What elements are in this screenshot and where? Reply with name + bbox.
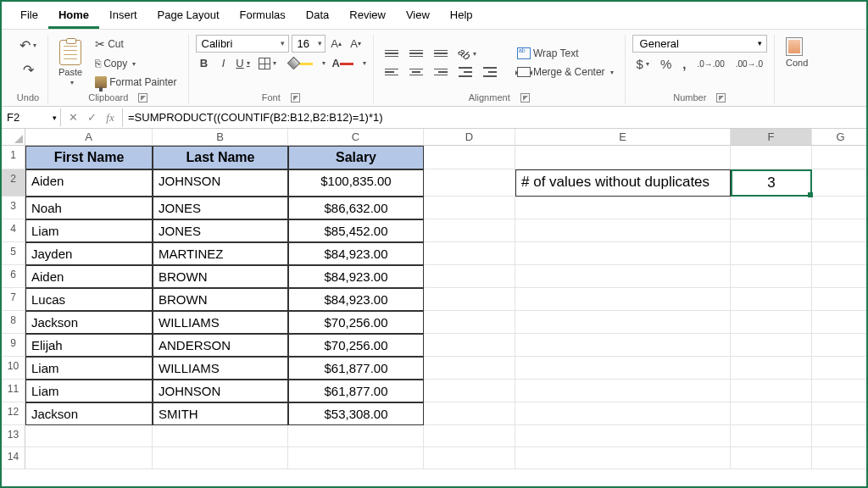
col-header-C[interactable]: C xyxy=(288,129,424,146)
cell-E11[interactable] xyxy=(515,380,731,402)
cell-C5[interactable]: $84,923.00 xyxy=(288,242,424,265)
font-color-button[interactable]: A xyxy=(328,54,358,72)
cell-E4[interactable] xyxy=(515,219,731,242)
cell-F7[interactable] xyxy=(731,288,812,311)
increase-indent-button[interactable] xyxy=(479,64,501,80)
cell-B5[interactable]: MARTINEZ xyxy=(153,242,288,265)
cell-C11[interactable]: $61,877.00 xyxy=(288,380,424,402)
cell-G3[interactable] xyxy=(812,197,868,219)
row-header-4[interactable]: 4 xyxy=(2,219,25,242)
cell-A5[interactable]: Jayden xyxy=(25,242,153,265)
cell-A10[interactable]: Liam xyxy=(25,357,153,380)
cell-G14[interactable] xyxy=(812,447,868,469)
cell-A12[interactable]: Jackson xyxy=(25,402,153,425)
fill-color-button[interactable] xyxy=(283,55,317,72)
cell-C2[interactable]: $100,835.00 xyxy=(288,169,424,197)
paste-button[interactable]: Paste ▾ xyxy=(55,38,86,88)
cell-C14[interactable] xyxy=(288,447,424,469)
align-left-button[interactable] xyxy=(381,64,403,80)
row-header-8[interactable]: 8 xyxy=(2,311,25,334)
menu-help[interactable]: Help xyxy=(440,5,483,29)
align-center-button[interactable] xyxy=(405,64,427,80)
cell-B9[interactable]: ANDERSON xyxy=(153,334,288,357)
cell-E14[interactable] xyxy=(515,447,731,469)
cell-G13[interactable] xyxy=(812,425,868,447)
col-header-G[interactable]: G xyxy=(812,129,868,146)
cell-D14[interactable] xyxy=(424,447,515,469)
bold-button[interactable]: B xyxy=(196,54,213,72)
col-header-A[interactable]: A xyxy=(25,129,153,146)
cell-F1[interactable] xyxy=(731,146,812,169)
cell-E9[interactable] xyxy=(515,334,731,357)
cell-D12[interactable] xyxy=(424,402,515,425)
decrease-font-button[interactable]: A▾ xyxy=(348,35,364,53)
row-header-1[interactable]: 1 xyxy=(2,146,25,169)
cell-E12[interactable] xyxy=(515,402,731,425)
cell-G10[interactable] xyxy=(812,357,868,380)
format-painter-button[interactable]: Format Painter xyxy=(91,74,181,91)
orientation-button[interactable]: ab▾ xyxy=(454,45,481,62)
chevron-down-icon[interactable]: ▾ xyxy=(363,59,366,67)
col-header-D[interactable]: D xyxy=(424,129,515,146)
menu-formulas[interactable]: Formulas xyxy=(230,5,296,29)
cell-A14[interactable] xyxy=(25,447,153,469)
cell-F2[interactable]: 3 xyxy=(731,169,812,197)
cell-D9[interactable] xyxy=(424,334,515,357)
cell-G5[interactable] xyxy=(812,242,868,265)
cell-G9[interactable] xyxy=(812,334,868,357)
cut-button[interactable]: ✂Cut xyxy=(91,35,128,53)
cell-G4[interactable] xyxy=(812,219,868,242)
copy-button[interactable]: ⎘Copy▾ xyxy=(91,55,140,72)
accounting-format-button[interactable]: $▾ xyxy=(632,54,654,74)
font-size-select[interactable]: 16▾ xyxy=(292,35,326,53)
cell-D3[interactable] xyxy=(424,197,515,219)
row-header-12[interactable]: 12 xyxy=(2,402,25,425)
italic-button[interactable]: I xyxy=(215,54,232,72)
cell-C10[interactable]: $61,877.00 xyxy=(288,357,424,380)
cell-A1[interactable]: First Name xyxy=(25,146,153,169)
cell-B11[interactable]: JOHNSON xyxy=(153,380,288,402)
cell-C13[interactable] xyxy=(288,425,424,447)
menu-home[interactable]: Home xyxy=(48,5,99,29)
cell-F6[interactable] xyxy=(731,265,812,288)
align-top-button[interactable] xyxy=(381,45,403,62)
cell-G8[interactable] xyxy=(812,311,868,334)
cell-G2[interactable] xyxy=(812,169,868,197)
cell-C3[interactable]: $86,632.00 xyxy=(288,197,424,219)
merge-center-button[interactable]: Merge & Center▾ xyxy=(513,64,618,80)
cell-C4[interactable]: $85,452.00 xyxy=(288,219,424,242)
col-header-E[interactable]: E xyxy=(515,129,731,146)
dialog-launcher-icon[interactable] xyxy=(291,93,300,103)
accept-formula-button[interactable]: ✓ xyxy=(83,108,100,127)
undo-button[interactable]: ↶▾ xyxy=(15,35,41,56)
menu-view[interactable]: View xyxy=(396,5,440,29)
cell-A3[interactable]: Noah xyxy=(25,197,153,219)
cell-G12[interactable] xyxy=(812,402,868,425)
cell-A7[interactable]: Lucas xyxy=(25,288,153,311)
cell-F4[interactable] xyxy=(731,219,812,242)
menu-data[interactable]: Data xyxy=(296,5,339,29)
cell-B8[interactable]: WILLIAMS xyxy=(153,311,288,334)
cell-E7[interactable] xyxy=(515,288,731,311)
row-header-5[interactable]: 5 xyxy=(2,242,25,265)
cell-F11[interactable] xyxy=(731,380,812,402)
cell-B13[interactable] xyxy=(153,425,288,447)
cell-F10[interactable] xyxy=(731,357,812,380)
cell-B4[interactable]: JONES xyxy=(153,219,288,242)
cell-A11[interactable]: Liam xyxy=(25,380,153,402)
cell-D13[interactable] xyxy=(424,425,515,447)
dialog-launcher-icon[interactable] xyxy=(716,93,726,103)
menu-page-layout[interactable]: Page Layout xyxy=(147,5,230,29)
align-middle-button[interactable] xyxy=(405,45,427,62)
cell-G6[interactable] xyxy=(812,265,868,288)
number-format-select[interactable]: General▾ xyxy=(632,35,767,53)
col-header-F[interactable]: F xyxy=(731,129,812,146)
cell-F8[interactable] xyxy=(731,311,812,334)
cell-C9[interactable]: $70,256.00 xyxy=(288,334,424,357)
menu-file[interactable]: File xyxy=(10,5,48,29)
cell-D1[interactable] xyxy=(424,146,515,169)
select-all-corner[interactable] xyxy=(2,129,25,146)
align-bottom-button[interactable] xyxy=(430,45,452,62)
cell-D4[interactable] xyxy=(424,219,515,242)
borders-button[interactable]: ▾ xyxy=(254,55,281,72)
